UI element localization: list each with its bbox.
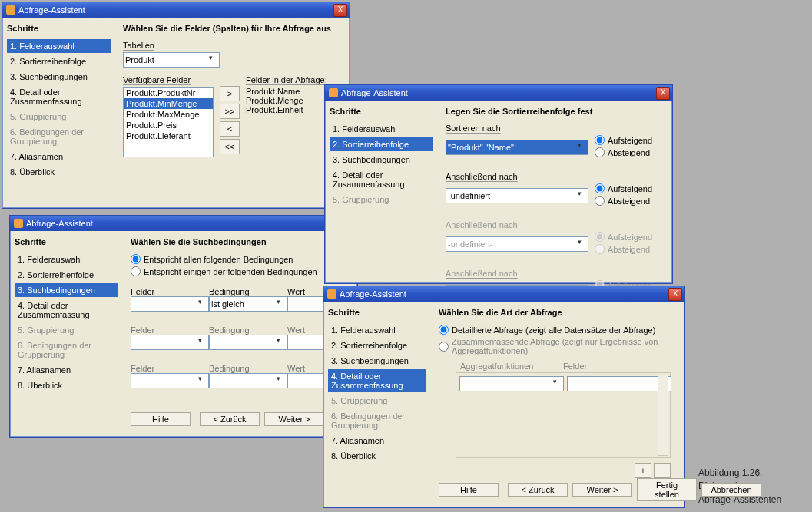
step-4[interactable]: 4. Detail oder Zusammenfassung xyxy=(15,299,118,322)
radio-asc[interactable]: Aufsteigend xyxy=(595,135,652,145)
step-1[interactable]: 1. Felderauswahl xyxy=(330,122,433,136)
radio-all[interactable]: Entspricht allen folgenden Bedingungen xyxy=(131,254,350,264)
step-8[interactable]: 8. Überblick xyxy=(7,165,111,179)
radio-input[interactable] xyxy=(595,147,605,157)
cond-select[interactable] xyxy=(209,373,287,388)
sort-field-select[interactable] xyxy=(446,140,588,155)
finish-button[interactable]: Fertig stellen xyxy=(637,478,697,501)
content-heading: Wählen Sie die Art der Abfrage xyxy=(439,308,677,317)
radio-asc[interactable]: Aufsteigend xyxy=(595,183,652,193)
step-3[interactable]: 3. Suchbedingungen xyxy=(328,354,426,368)
col-fields: Felder xyxy=(131,364,204,373)
radio-input[interactable] xyxy=(595,183,605,193)
content-pane: Legen Sie die Sortierreihenfolge fest So… xyxy=(438,101,672,283)
radio-input[interactable] xyxy=(131,254,141,264)
list-item: Produkt.Einheit xyxy=(246,105,336,114)
agg-field-select[interactable] xyxy=(567,376,671,391)
step-4[interactable]: 4. Detail oder Zusammenfassung xyxy=(328,369,426,392)
step-8[interactable]: 8. Überblick xyxy=(328,449,426,463)
titlebar[interactable]: Abfrage-Assistent X xyxy=(2,2,350,18)
list-item[interactable]: Produkt.MaxMenge xyxy=(124,109,213,120)
window-title: Abfrage-Assistent xyxy=(340,289,665,299)
radio-desc[interactable]: Absteigend xyxy=(595,196,652,206)
step-4[interactable]: 4. Detail oder Zusammenfassung xyxy=(7,85,111,108)
step-7[interactable]: 7. Aliasnamen xyxy=(328,434,426,448)
titlebar[interactable]: Abfrage-Assistent X xyxy=(323,286,684,302)
move-all-left-button[interactable]: << xyxy=(220,139,240,154)
add-button[interactable]: + xyxy=(635,463,651,478)
list-item: Produkt.Menge xyxy=(246,96,336,105)
steps-header: Schritte xyxy=(15,237,118,246)
back-button[interactable]: < Zurück xyxy=(508,483,568,497)
step-3[interactable]: 3. Suchbedingungen xyxy=(15,283,118,297)
list-item: Produkt.Name xyxy=(246,87,336,96)
close-icon[interactable]: X xyxy=(333,4,347,17)
step-1[interactable]: 1. Felderauswahl xyxy=(7,39,111,53)
radio-input[interactable] xyxy=(595,135,605,145)
move-left-button[interactable]: < xyxy=(220,121,240,137)
step-5: 5. Gruppierung xyxy=(330,193,433,206)
step-2[interactable]: 2. Sortierreihenfolge xyxy=(330,137,433,151)
cond-select[interactable] xyxy=(209,335,287,350)
scrollbar[interactable] xyxy=(658,375,668,456)
move-right-button[interactable]: > xyxy=(220,86,240,101)
step-1[interactable]: 1. Felderauswahl xyxy=(15,253,118,266)
col-cond: Bedingung xyxy=(209,325,283,335)
inquery-label: Felder in der Abfrage: xyxy=(246,75,336,84)
step-3[interactable]: 3. Suchbedingungen xyxy=(7,70,111,84)
content-heading: Wählen Sie die Suchbedingungen xyxy=(131,237,350,246)
list-item[interactable]: Produkt.ProduktNr xyxy=(124,88,213,98)
step-7[interactable]: 7. Aliasnamen xyxy=(7,150,111,164)
step-2[interactable]: 2. Sortierreihenfolge xyxy=(15,268,118,282)
step-7[interactable]: 7. Aliasnamen xyxy=(15,363,118,377)
list-item[interactable]: Produkt.Lieferant xyxy=(124,130,213,141)
back-button[interactable]: < Zurück xyxy=(200,412,260,426)
next-button[interactable]: Weiter > xyxy=(572,483,632,497)
radio-input[interactable] xyxy=(131,266,141,276)
titlebar[interactable]: Abfrage-Assistent X xyxy=(325,85,672,101)
steps-header: Schritte xyxy=(7,24,111,33)
field-select[interactable] xyxy=(131,335,209,350)
radio-desc[interactable]: Absteigend xyxy=(595,147,652,157)
sort-field-select xyxy=(446,236,588,252)
radio-label: Aufsteigend xyxy=(608,184,652,193)
step-8[interactable]: 8. Überblick xyxy=(15,378,118,392)
close-icon[interactable]: X xyxy=(656,87,670,100)
agg-select[interactable] xyxy=(459,376,564,391)
radio-any[interactable]: Entspricht einigen der folgenden Bedingu… xyxy=(131,266,350,276)
step-2[interactable]: 2. Sortierreihenfolge xyxy=(328,339,426,352)
radio-label: Entspricht einigen der folgenden Bedingu… xyxy=(144,267,317,276)
close-icon[interactable]: X xyxy=(668,288,682,301)
list-item[interactable]: Produkt.MinMenge xyxy=(124,98,213,109)
content-pane: Wählen Sie die Felder (Spalten) für Ihre… xyxy=(115,18,350,208)
cond-select[interactable] xyxy=(209,296,287,312)
radio-input[interactable] xyxy=(439,325,449,335)
step-3[interactable]: 3. Suchbedingungen xyxy=(330,153,433,167)
button-row: Hilfe < Zurück Weiter > Fertig stellen A… xyxy=(131,408,350,431)
dialog-detail-zusammenfassung: Abfrage-Assistent X Schritte 1. Felderau… xyxy=(323,286,685,508)
dialog-felderauswahl: Abfrage-Assistent X Schritte 1. Felderau… xyxy=(2,2,350,209)
radio-detail[interactable]: Detaillierte Abfrage (zeigt alle Datensä… xyxy=(439,325,677,335)
list-item[interactable]: Produkt.Preis xyxy=(124,120,213,130)
available-listbox[interactable]: Produkt.ProduktNr Produkt.MinMenge Produ… xyxy=(123,87,214,157)
field-select[interactable] xyxy=(131,373,209,388)
move-all-right-button[interactable]: >> xyxy=(220,104,240,119)
sort-by-label: Sortieren nach xyxy=(446,124,665,133)
cancel-button[interactable]: Abbrechen xyxy=(701,483,761,497)
tables-label: Tabellen xyxy=(123,41,342,50)
radio-input[interactable] xyxy=(595,196,605,206)
app-icon xyxy=(6,5,15,15)
help-button[interactable]: Hilfe xyxy=(131,412,191,426)
step-1[interactable]: 1. Felderauswahl xyxy=(328,323,426,337)
step-4[interactable]: 4. Detail oder Zusammenfassung xyxy=(330,168,433,191)
titlebar[interactable]: Abfrage-Assistent X xyxy=(10,216,357,231)
help-button[interactable]: Hilfe xyxy=(439,483,499,497)
tables-select[interactable] xyxy=(123,52,220,68)
remove-button[interactable]: − xyxy=(654,463,671,478)
sort-field-select[interactable] xyxy=(446,188,588,203)
step-2[interactable]: 2. Sortierreihenfolge xyxy=(7,55,111,68)
radio-input[interactable] xyxy=(439,342,449,352)
next-button[interactable]: Weiter > xyxy=(264,412,324,426)
radio-summary[interactable]: Zusammenfassende Abfrage (zeigt nur Erge… xyxy=(439,337,677,355)
field-select[interactable] xyxy=(131,296,209,312)
